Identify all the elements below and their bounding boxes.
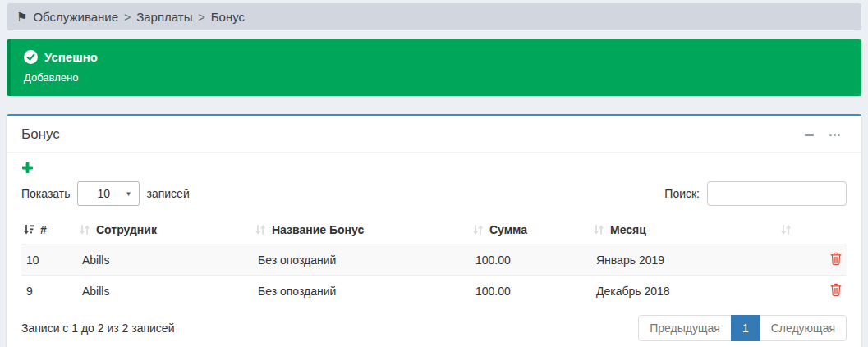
trash-icon	[830, 283, 842, 296]
trash-icon	[830, 252, 842, 265]
cell-actions	[778, 276, 847, 307]
entries-label: записей	[147, 187, 190, 200]
column-header-actions[interactable]	[778, 217, 847, 244]
pagination: Предыдущая 1 Следующая	[638, 315, 847, 341]
cell-month: Январь 2019	[591, 244, 778, 276]
minus-icon	[805, 134, 814, 136]
column-label: Название Бонус	[272, 223, 364, 236]
column-header-month[interactable]: Месяц	[591, 217, 778, 244]
sort-icon	[79, 224, 90, 235]
cell-amount: 100.00	[471, 244, 591, 276]
panel-header: Бонус	[7, 116, 861, 153]
breadcrumb-item-salaries[interactable]: Зарплаты	[136, 10, 192, 24]
cell-bonus-name: Без опозданий	[253, 244, 471, 276]
sort-icon	[472, 224, 484, 235]
success-alert: Успешно Добавлено	[7, 39, 861, 96]
search-control: Поиск:	[664, 181, 847, 206]
breadcrumb-item-service[interactable]: Обслуживание	[33, 10, 118, 24]
cell-bonus-name: Без опозданий	[253, 276, 471, 307]
pagination-page-1-button[interactable]: 1	[731, 315, 760, 341]
sort-icon	[255, 224, 266, 235]
bonus-panel: Бонус Показать	[7, 114, 861, 347]
show-label: Показать	[21, 187, 71, 200]
page-size-select[interactable]: 10 ▼	[77, 181, 140, 206]
records-info: Записи с 1 до 2 из 2 записей	[21, 322, 174, 335]
column-label: Месяц	[610, 223, 646, 236]
cell-id: 9	[21, 276, 77, 307]
table-row: 10 Abills Без опозданий 100.00 Январь 20…	[21, 244, 847, 276]
pagination-next-button[interactable]: Следующая	[760, 315, 847, 341]
alert-title: Успешно	[44, 50, 98, 64]
alert-message: Добавлено	[24, 71, 848, 84]
pagination-previous-button[interactable]: Предыдущая	[638, 315, 732, 341]
panel-title: Бонус	[21, 126, 60, 143]
search-input[interactable]	[707, 181, 847, 206]
bonus-table: # Сотрудник	[21, 217, 847, 306]
page-size-value: 10	[98, 187, 111, 200]
table-header-row: # Сотрудник	[21, 217, 847, 244]
collapse-button[interactable]	[803, 130, 815, 139]
breadcrumb-separator: >	[124, 11, 131, 24]
add-bonus-button[interactable]	[21, 160, 34, 180]
page-length-control: Показать 10 ▼ записей	[21, 181, 190, 206]
success-alert-title-row: Успешно	[24, 50, 848, 64]
breadcrumb: ⚑ Обслуживание > Зарплаты > Бонус	[7, 3, 861, 30]
search-label: Поиск:	[664, 187, 700, 200]
breadcrumb-item-bonus[interactable]: Бонус	[211, 10, 245, 24]
delete-row-button[interactable]	[830, 252, 842, 267]
cell-actions	[778, 244, 847, 276]
column-header-bonus-name[interactable]: Название Бонус	[253, 217, 471, 244]
sort-icon	[593, 224, 604, 235]
column-header-amount[interactable]: Сумма	[471, 217, 591, 244]
cell-employee: Abills	[77, 244, 253, 276]
check-circle-icon	[24, 50, 38, 64]
cell-amount: 100.00	[471, 276, 591, 307]
panel-tools	[803, 130, 847, 139]
options-button[interactable]	[828, 130, 842, 139]
column-header-employee[interactable]: Сотрудник	[77, 217, 253, 244]
table-controls: Показать 10 ▼ записей Поиск:	[21, 181, 847, 206]
column-header-id[interactable]: #	[21, 217, 77, 244]
delete-row-button[interactable]	[830, 283, 842, 299]
cell-employee: Abills	[77, 276, 253, 307]
sort-amount-desc-icon	[23, 224, 34, 235]
column-label: #	[40, 223, 47, 236]
plus-icon	[21, 162, 34, 174]
breadcrumb-separator: >	[199, 11, 205, 24]
column-label: Сумма	[489, 223, 527, 236]
flag-icon: ⚑	[16, 11, 27, 23]
table-row: 9 Abills Без опозданий 100.00 Декабрь 20…	[21, 276, 847, 307]
cell-month: Декабрь 2018	[591, 276, 778, 307]
column-label: Сотрудник	[96, 223, 157, 236]
table-footer: Записи с 1 до 2 из 2 записей Предыдущая …	[21, 315, 847, 341]
caret-down-icon: ▼	[126, 190, 132, 198]
ellipsis-icon	[829, 134, 840, 136]
cell-id: 10	[21, 244, 77, 276]
panel-body: Показать 10 ▼ записей Поиск:	[7, 153, 861, 347]
page: ⚑ Обслуживание > Зарплаты > Бонус Успешн…	[0, 0, 868, 347]
sort-icon	[780, 224, 792, 235]
